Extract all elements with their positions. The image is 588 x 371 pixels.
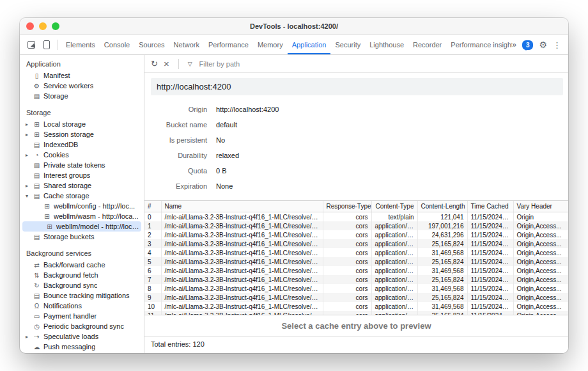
sidebar-item-manifest[interactable]: ▯Manifest [20, 70, 144, 81]
sidebar-item-webllm-wasm-http-loca[interactable]: ⊞webllm/wasm - http://loca... [20, 211, 144, 221]
cell-content-length[interactable]: 121,041 [417, 212, 467, 222]
column-header-content-type[interactable]: Content-Type [371, 201, 417, 212]
cell-vary-header[interactable]: Origin,Access... [513, 284, 568, 293]
table-row[interactable]: 4/mlc-ai/Llama-3.2-3B-Instruct-q4f16_1-M… [144, 248, 568, 257]
cell-vary-header[interactable]: Origin,Access... [513, 248, 568, 257]
cell-name[interactable]: /mlc-ai/Llama-3.2-3B-Instruct-q4f16_1-ML… [161, 284, 323, 293]
cell-name[interactable]: /mlc-ai/Llama-3.2-3B-Instruct-q4f16_1-ML… [161, 230, 323, 239]
sidebar-item-bounce-tracking-mitigations[interactable]: ▤Bounce tracking mitigations [20, 290, 144, 301]
sidebar-item-background-sync[interactable]: ↻Background sync [20, 280, 144, 290]
cell-content-type[interactable]: application/oc... [371, 293, 417, 302]
cell-content-length[interactable]: 31,469,568 [417, 248, 467, 257]
cell-name[interactable]: /mlc-ai/Llama-3.2-3B-Instruct-q4f16_1-ML… [161, 266, 323, 275]
cell-vary-header[interactable]: Origin,Access... [513, 302, 568, 311]
sidebar-item-periodic-background-sync[interactable]: ◷Periodic background sync [20, 321, 144, 331]
cell-vary-header[interactable]: Origin,Access... [513, 239, 568, 248]
cell-time-cached[interactable]: 11/15/2024, 10... [467, 239, 513, 248]
refresh-icon[interactable]: ↻ [151, 59, 158, 68]
table-row[interactable]: 7/mlc-ai/Llama-3.2-3B-Instruct-q4f16_1-M… [144, 275, 568, 284]
cell-vary-header[interactable]: Origin [513, 212, 568, 222]
cell-index[interactable]: 9 [144, 293, 161, 302]
cell-time-cached[interactable]: 11/15/2024, 10... [467, 212, 513, 222]
table-row[interactable]: 3/mlc-ai/Llama-3.2-3B-Instruct-q4f16_1-M… [144, 239, 568, 248]
sidebar-item-storage-buckets[interactable]: ▤Storage buckets [20, 232, 144, 242]
sidebar-item-indexeddb[interactable]: ▤IndexedDB [20, 139, 144, 150]
table-row[interactable]: 1/mlc-ai/Llama-3.2-3B-Instruct-q4f16_1-M… [144, 221, 568, 230]
cell-time-cached[interactable]: 11/15/2024, 10... [467, 221, 513, 230]
cell-index[interactable]: 6 [144, 266, 161, 275]
table-row[interactable]: 0/mlc-ai/Llama-3.2-3B-Instruct-q4f16_1-M… [144, 212, 568, 222]
cell-response-type[interactable]: cors [323, 284, 371, 293]
cell-response-type[interactable]: cors [323, 266, 371, 275]
column-header-index[interactable]: # [144, 201, 161, 212]
cell-response-type[interactable]: cors [323, 230, 371, 239]
cell-response-type[interactable]: cors [323, 275, 371, 284]
cell-content-type[interactable]: application/oc... [371, 221, 417, 230]
cell-time-cached[interactable]: 11/15/2024, 10... [467, 293, 513, 302]
table-row[interactable]: 6/mlc-ai/Llama-3.2-3B-Instruct-q4f16_1-M… [144, 266, 568, 275]
cell-name[interactable]: /mlc-ai/Llama-3.2-3B-Instruct-q4f16_1-ML… [161, 248, 323, 257]
sidebar-item-back-forward-cache[interactable]: ⇄Back/forward cache [20, 260, 144, 270]
sidebar-item-session-storage[interactable]: ▸⊞Session storage [20, 129, 144, 139]
cell-content-type[interactable]: text/plain [371, 212, 417, 222]
cell-name[interactable]: /mlc-ai/Llama-3.2-3B-Instruct-q4f16_1-ML… [161, 221, 323, 230]
tab-recorder[interactable]: Recorder [408, 35, 446, 54]
sidebar-item-local-storage[interactable]: ▸⊞Local storage [20, 119, 144, 129]
cell-index[interactable]: 0 [144, 212, 161, 222]
sidebar-item-service-workers[interactable]: ⚙Service workers [20, 81, 144, 91]
cell-time-cached[interactable]: 11/15/2024, 10... [467, 266, 513, 275]
cell-index[interactable]: 2 [144, 230, 161, 239]
column-header-name[interactable]: Name [161, 201, 323, 212]
more-tabs-icon[interactable]: » [512, 40, 516, 49]
cell-content-length[interactable]: 25,165,824 [417, 293, 467, 302]
tab-elements[interactable]: Elements [61, 35, 100, 54]
cell-index[interactable]: 3 [144, 239, 161, 248]
cell-time-cached[interactable]: 11/15/2024, 10... [467, 284, 513, 293]
cell-vary-header[interactable]: Origin,Access... [513, 221, 568, 230]
cell-content-type[interactable]: application/oc... [371, 230, 417, 239]
column-header-response-type[interactable]: Response-Type [323, 201, 371, 212]
sidebar-item-cookies[interactable]: ▸◔Cookies [20, 150, 144, 160]
cell-response-type[interactable]: cors [323, 212, 371, 222]
minimize-button[interactable] [39, 22, 47, 30]
cell-vary-header[interactable]: Origin,Access... [513, 293, 568, 302]
sidebar-item-webllm-model-http-loca[interactable]: ⊞webllm/model - http://loca... [22, 221, 141, 232]
chevron-down-icon[interactable]: ▾ [24, 193, 30, 199]
column-header-content-length[interactable]: Content-Length [417, 201, 467, 212]
tab-memory[interactable]: Memory [253, 35, 288, 54]
cell-index[interactable]: 8 [144, 284, 161, 293]
cell-index[interactable]: 10 [144, 302, 161, 311]
cell-name[interactable]: /mlc-ai/Llama-3.2-3B-Instruct-q4f16_1-ML… [161, 212, 323, 222]
sidebar-item-webllm-config-http-loc[interactable]: ⊞webllm/config - http://loc... [20, 201, 144, 211]
cell-time-cached[interactable]: 11/15/2024, 10... [467, 302, 513, 311]
tab-security[interactable]: Security [330, 35, 365, 54]
sidebar-item-reporting-api[interactable]: ▯Reporting API [20, 352, 144, 353]
cell-index[interactable]: 5 [144, 257, 161, 266]
cache-entries-table-wrap[interactable]: #NameResponse-TypeContent-TypeContent-Le… [144, 200, 568, 315]
cell-response-type[interactable]: cors [323, 239, 371, 248]
cell-content-length[interactable]: 31,469,568 [417, 302, 467, 311]
cell-content-type[interactable]: application/oc... [371, 266, 417, 275]
tab-application[interactable]: Application [288, 35, 331, 54]
chevron-right-icon[interactable]: ▸ [24, 122, 30, 127]
cell-content-type[interactable]: application/oc... [371, 248, 417, 257]
cell-content-length[interactable]: 31,469,568 [417, 284, 467, 293]
chevron-right-icon[interactable]: ▸ [24, 334, 30, 340]
sidebar-item-private-state-tokens[interactable]: ▤Private state tokens [20, 160, 144, 170]
table-row[interactable]: 2/mlc-ai/Llama-3.2-3B-Instruct-q4f16_1-M… [144, 230, 568, 239]
cell-content-length[interactable]: 25,165,824 [417, 239, 467, 248]
zoom-button[interactable] [52, 22, 59, 30]
issues-badge[interactable]: 3 [522, 40, 534, 50]
table-row[interactable]: 10/mlc-ai/Llama-3.2-3B-Instruct-q4f16_1-… [144, 302, 568, 311]
cell-response-type[interactable]: cors [323, 221, 371, 230]
tab-performance[interactable]: Performance [204, 35, 253, 54]
cell-name[interactable]: /mlc-ai/Llama-3.2-3B-Instruct-q4f16_1-ML… [161, 275, 323, 284]
sidebar-item-notifications[interactable]: ΩNotifications [20, 301, 144, 311]
device-toolbar-button[interactable] [39, 37, 54, 52]
cell-vary-header[interactable]: Origin,Access... [513, 275, 568, 284]
table-row[interactable]: 8/mlc-ai/Llama-3.2-3B-Instruct-q4f16_1-M… [144, 284, 568, 293]
cell-name[interactable]: /mlc-ai/Llama-3.2-3B-Instruct-q4f16_1-ML… [161, 239, 323, 248]
inspect-element-button[interactable] [24, 37, 39, 52]
cell-vary-header[interactable]: Origin,Access... [513, 230, 568, 239]
sidebar-item-background-fetch[interactable]: ⇅Background fetch [20, 270, 144, 280]
